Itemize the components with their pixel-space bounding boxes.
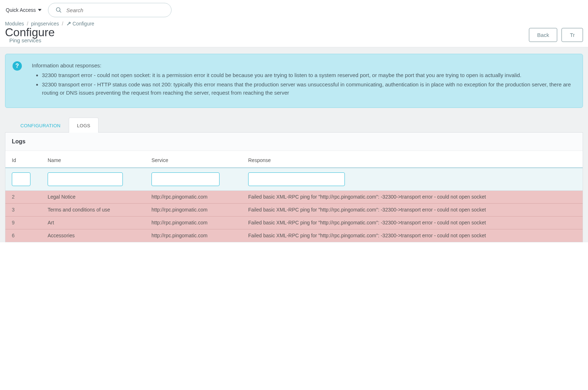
svg-line-1 (59, 11, 61, 13)
cell-name: Art (45, 216, 149, 229)
col-header-response[interactable]: Response (245, 151, 583, 168)
search-icon (56, 7, 62, 13)
title-block: Configure Ping services (5, 27, 55, 43)
cell-response: Failed basic XML-RPC ping for "http://rp… (245, 229, 583, 242)
logs-panel: Logs Id Name Service Response 2 (5, 133, 583, 242)
cell-response: Failed basic XML-RPC ping for "http://rp… (245, 216, 583, 229)
search-box[interactable] (48, 3, 172, 17)
wrench-icon (66, 21, 71, 26)
page-title: Configure (5, 27, 55, 38)
cell-id: 2 (5, 191, 45, 204)
cell-response: Failed basic XML-RPC ping for "http://rp… (245, 191, 583, 204)
cell-id: 3 (5, 203, 45, 216)
translate-button[interactable]: Tr (562, 28, 583, 42)
filter-id-input[interactable] (12, 172, 30, 186)
breadcrumb-item: Configure (66, 21, 95, 27)
breadcrumb-separator: / (62, 21, 63, 27)
quick-access-label: Quick Access (6, 7, 36, 13)
cell-service: http://rpc.pingomatic.com (149, 203, 245, 216)
caret-down-icon (38, 9, 42, 11)
tab-configuration[interactable]: CONFIGURATION (12, 118, 69, 133)
cell-response: Failed basic XML-RPC ping for "http://rp… (245, 203, 583, 216)
col-header-id[interactable]: Id (5, 151, 45, 168)
quick-access-dropdown[interactable]: Quick Access (6, 7, 42, 13)
tabs: CONFIGURATION LOGS (5, 117, 583, 133)
filter-response-input[interactable] (248, 172, 345, 186)
table-row[interactable]: 2 Legal Notice http://rpc.pingomatic.com… (5, 191, 583, 204)
table-row[interactable]: 9 Art http://rpc.pingomatic.com Failed b… (5, 216, 583, 229)
cell-name: Legal Notice (45, 191, 149, 204)
breadcrumb: Modules / pingservices / Configure (0, 20, 588, 27)
breadcrumb-current-label: Configure (72, 21, 94, 27)
info-alert: ? Information about responses: 32300 tra… (5, 54, 583, 108)
table-header-row: Id Name Service Response (5, 151, 583, 168)
svg-point-0 (56, 8, 60, 11)
alert-intro: Information about responses: (32, 61, 575, 70)
col-header-service[interactable]: Service (149, 151, 245, 168)
alert-list-item: 32300 transport error - HTTP status code… (42, 80, 575, 97)
alert-list: 32300 transport error - could not open s… (32, 71, 575, 97)
filter-service-input[interactable] (151, 172, 220, 186)
page-header: Configure Ping services Back Tr (0, 27, 588, 47)
cell-service: http://rpc.pingomatic.com (149, 229, 245, 242)
col-header-name[interactable]: Name (45, 151, 149, 168)
filter-name-input[interactable] (48, 172, 123, 186)
cell-name: Terms and conditions of use (45, 203, 149, 216)
logs-table: Id Name Service Response 2 Legal Notice … (5, 151, 583, 242)
info-icon: ? (13, 61, 22, 71)
cell-service: http://rpc.pingomatic.com (149, 216, 245, 229)
cell-service: http://rpc.pingomatic.com (149, 191, 245, 204)
table-row[interactable]: 6 Accessories http://rpc.pingomatic.com … (5, 229, 583, 242)
alert-body: Information about responses: 32300 trans… (32, 61, 575, 98)
cell-name: Accessories (45, 229, 149, 242)
topbar: Quick Access (0, 0, 588, 20)
search-input[interactable] (66, 7, 164, 13)
content-area: ? Information about responses: 32300 tra… (0, 47, 588, 242)
table-filter-row (5, 168, 583, 191)
header-buttons: Back Tr (529, 28, 583, 42)
alert-list-item: 32300 transport error - could not open s… (42, 71, 575, 79)
tab-logs[interactable]: LOGS (69, 118, 98, 133)
cell-id: 9 (5, 216, 45, 229)
cell-id: 6 (5, 229, 45, 242)
panel-heading: Logs (5, 133, 583, 151)
table-row[interactable]: 3 Terms and conditions of use http://rpc… (5, 203, 583, 216)
back-button[interactable]: Back (529, 28, 557, 42)
